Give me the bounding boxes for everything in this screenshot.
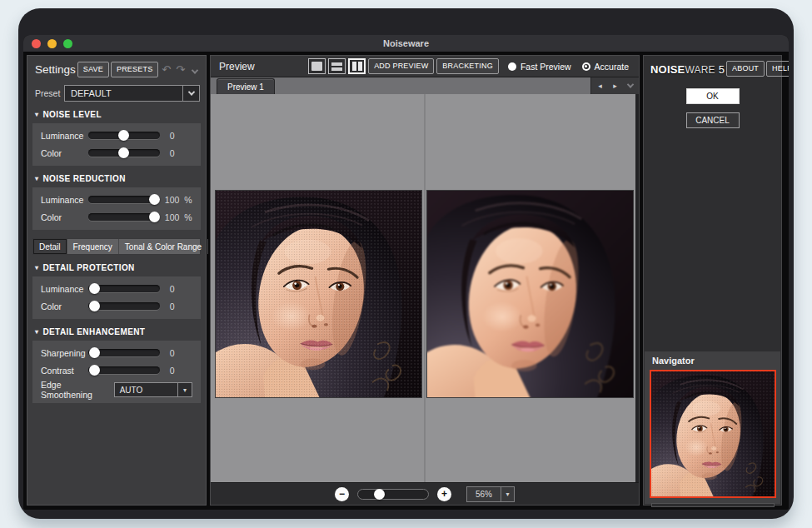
contrast-slider[interactable] [88, 365, 160, 376]
sharpening-slider[interactable] [88, 347, 160, 358]
save-button[interactable]: SAVE [77, 62, 109, 77]
zoom-slider-thumb[interactable] [374, 489, 385, 500]
about-button[interactable]: ABOUT [726, 61, 765, 77]
preview-image-filtered[interactable] [426, 190, 634, 398]
slider-label: Luminance [41, 284, 87, 294]
edge-smoothening-label: Edge Smoothening [41, 380, 114, 400]
navigator-scroll-strip[interactable] [651, 503, 775, 507]
section-title: DETAIL PROTECTION [42, 263, 134, 272]
section-title: NOISE REDUCTION [42, 174, 125, 183]
navigator-thumbnail[interactable] [650, 370, 776, 498]
view-split-vertical-button[interactable] [348, 58, 366, 74]
noise-reduction-group: Luminance 100 % Color 100 % [32, 187, 201, 230]
preview-canvas[interactable] [211, 94, 639, 482]
radio-icon [508, 62, 516, 71]
slider-value: 0 [160, 131, 184, 141]
zoom-in-icon[interactable]: + [437, 487, 451, 501]
color-noise-slider[interactable] [88, 147, 160, 158]
collapse-triangle-icon: ▾ [35, 175, 38, 182]
preview-tab-nav: ◂ ▸ [590, 77, 639, 94]
slider-thumb[interactable] [89, 301, 100, 311]
view-single-button[interactable] [308, 58, 326, 74]
collapse-triangle-icon: ▾ [35, 264, 38, 271]
slider-value: 0 [160, 348, 184, 358]
chevron-down-icon [187, 88, 194, 95]
presets-button[interactable]: PRESETS [111, 62, 158, 77]
ok-button[interactable]: OK [686, 88, 740, 104]
action-panel: NOISEWARE5 ABOUT HELP OK CANCEL Navigato… [643, 55, 782, 506]
zoom-level-select[interactable]: 56% ▾ [466, 486, 515, 502]
redo-icon[interactable]: ↷ [174, 64, 187, 76]
preview-list-button[interactable] [624, 80, 636, 92]
fast-preview-label: Fast Preview [521, 62, 571, 72]
section-detail-protection-header[interactable]: ▾ DETAIL PROTECTION [27, 255, 206, 275]
preview-tabstrip: Preview 1 ◂ ▸ [211, 77, 639, 94]
color-protection-slider[interactable] [88, 301, 160, 311]
window-title: Noiseware [23, 35, 789, 52]
slider-thumb[interactable] [118, 147, 129, 158]
slider-thumb[interactable] [118, 130, 129, 141]
add-preview-button[interactable]: ADD PREVIEW [368, 58, 434, 74]
slider-value: 0 [160, 366, 184, 376]
section-noise-level-header[interactable]: ▾ NOISE LEVEL [27, 102, 206, 122]
slider-row: Luminance 100 % [32, 191, 201, 208]
tab-detail[interactable]: Detail [33, 239, 67, 254]
pane-divider[interactable] [424, 94, 426, 482]
help-button[interactable]: HELP [766, 61, 789, 77]
history-dropdown-button[interactable] [188, 62, 202, 77]
slider-label: Contrast [41, 366, 87, 376]
tab-frequency[interactable]: Frequency [67, 239, 119, 254]
slider-row: Luminance 0 [32, 127, 201, 144]
slider-label: Color [41, 212, 87, 222]
luminance-noise-slider[interactable] [88, 130, 160, 141]
view-split-vertical-icon [352, 62, 362, 71]
next-preview-icon[interactable]: ▸ [609, 80, 621, 92]
slider-row: Luminance 0 [32, 280, 201, 297]
section-title: DETAIL ENHANCEMENT [42, 327, 145, 336]
tab-preview-1[interactable]: Preview 1 [217, 78, 275, 94]
color-reduction-slider[interactable] [88, 212, 160, 222]
prev-preview-icon[interactable]: ◂ [594, 80, 606, 92]
tab-tonal-color-range[interactable]: Tonal & Color Range [119, 239, 208, 254]
title-bar: Noiseware [23, 35, 789, 52]
slider-thumb[interactable] [149, 212, 160, 222]
view-split-horizontal-button[interactable] [328, 58, 346, 74]
preview-image-original[interactable] [215, 190, 422, 398]
luminance-protection-slider[interactable] [88, 283, 160, 294]
section-noise-reduction-header[interactable]: ▾ NOISE REDUCTION [27, 166, 206, 186]
cancel-button[interactable]: CANCEL [686, 112, 740, 128]
settings-panel: Settings SAVE PRESETS ↶ ↷ Preset DEFAULT [27, 55, 207, 506]
slider-row: Color 100 % [32, 208, 201, 226]
noiseware-logo: NOISEWARE5 [650, 62, 725, 77]
slider-thumb[interactable] [89, 283, 100, 294]
zoom-dropdown-button[interactable]: ▾ [501, 487, 514, 501]
slider-label: Luminance [41, 195, 87, 205]
screen: Noiseware Settings SAVE PRESETS ↶ ↷ Pres… [0, 0, 812, 528]
slider-thumb[interactable] [149, 194, 160, 205]
undo-icon[interactable]: ↶ [160, 64, 172, 76]
window-content: Settings SAVE PRESETS ↶ ↷ Preset DEFAULT [23, 52, 789, 510]
view-single-icon [311, 62, 322, 71]
slider-label: Sharpening [41, 348, 87, 358]
preset-label: Preset [35, 88, 64, 98]
slider-thumb[interactable] [89, 365, 100, 376]
collapse-triangle-icon: ▾ [35, 328, 38, 336]
luminance-reduction-slider[interactable] [88, 194, 160, 205]
slider-value: 0 [160, 148, 184, 158]
accurate-radio[interactable]: Accurate [582, 62, 629, 72]
zoom-slider[interactable] [357, 489, 429, 500]
slider-thumb[interactable] [89, 347, 100, 358]
fast-preview-radio[interactable]: Fast Preview [508, 62, 571, 72]
section-detail-enhancement-header[interactable]: ▾ DETAIL ENHANCEMENT [27, 319, 206, 339]
slider-row: Color 0 [32, 297, 201, 315]
preset-dropdown-button[interactable] [182, 86, 199, 101]
zoom-out-icon[interactable]: − [335, 487, 349, 501]
bracketing-button[interactable]: BRACKETING [436, 58, 499, 74]
edge-dropdown-button[interactable]: ▾ [177, 383, 192, 396]
preset-value: DEFAULT [65, 88, 182, 98]
preview-panel-title: Preview [219, 61, 255, 72]
edge-smoothening-select[interactable]: AUTO ▾ [114, 382, 192, 397]
preset-select[interactable]: DEFAULT [64, 85, 200, 102]
slider-row: Sharpening 0 [32, 344, 201, 361]
slider-value: 100 [160, 195, 184, 205]
